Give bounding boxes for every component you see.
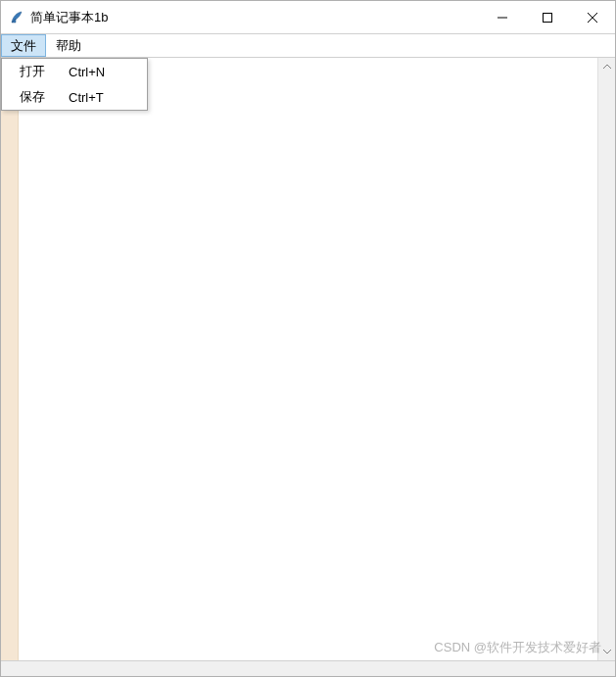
scroll-track[interactable] <box>598 75 615 643</box>
minimize-button[interactable] <box>480 1 525 34</box>
line-number-gutter <box>1 58 19 660</box>
scroll-down-button[interactable] <box>598 643 615 660</box>
chevron-up-icon <box>603 64 611 70</box>
menu-item-save-label: 保存 <box>20 88 53 106</box>
scroll-up-button[interactable] <box>598 58 615 75</box>
minimize-icon <box>498 13 507 23</box>
vertical-scrollbar[interactable] <box>597 58 615 660</box>
maximize-button[interactable] <box>525 1 570 34</box>
menu-help[interactable]: 帮助 <box>46 34 91 57</box>
svg-rect-1 <box>544 14 552 23</box>
close-icon <box>588 13 597 23</box>
feather-icon <box>9 10 24 25</box>
text-editor[interactable] <box>19 58 597 660</box>
close-button[interactable] <box>570 1 615 34</box>
maximize-icon <box>543 13 552 23</box>
menu-help-label: 帮助 <box>56 37 81 55</box>
app-window: 简单记事本1b 文件 帮助 打开 Ctrl+N 保存 Ctrl+T <box>0 0 616 677</box>
menu-file-label: 文件 <box>11 37 36 55</box>
menu-item-open-label: 打开 <box>20 63 53 80</box>
menubar: 文件 帮助 <box>1 34 615 58</box>
menu-item-open[interactable]: 打开 Ctrl+N <box>2 59 147 84</box>
chevron-down-icon <box>603 649 611 654</box>
statusbar <box>1 660 615 676</box>
menu-item-save-accel: Ctrl+T <box>69 90 104 105</box>
menu-item-open-accel: Ctrl+N <box>69 65 105 79</box>
client-area <box>1 58 615 660</box>
file-menu-dropdown: 打开 Ctrl+N 保存 Ctrl+T <box>1 58 148 111</box>
window-title: 简单记事本1b <box>30 9 108 26</box>
menu-file[interactable]: 文件 <box>1 34 46 57</box>
titlebar[interactable]: 简单记事本1b <box>1 1 615 34</box>
window-controls <box>480 1 615 34</box>
menu-item-save[interactable]: 保存 Ctrl+T <box>2 84 147 110</box>
